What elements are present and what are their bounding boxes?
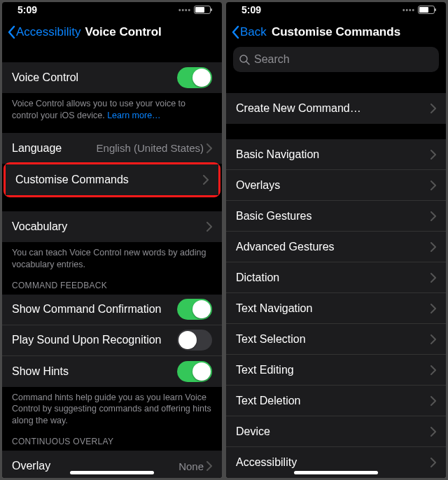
show-hints-toggle[interactable] xyxy=(177,361,212,382)
signal-dots-icon: •••• xyxy=(402,6,415,14)
customise-commands-highlight: Customise Commands xyxy=(4,162,220,197)
customise-commands-label: Customise Commands xyxy=(15,174,203,186)
search-placeholder: Search xyxy=(254,53,290,66)
chevron-right-icon xyxy=(430,150,436,160)
back-button[interactable]: Back xyxy=(232,25,267,39)
voice-control-label: Voice Control xyxy=(12,71,177,84)
continuous-overlay-header: CONTINUOUS OVERLAY xyxy=(2,428,222,451)
nav-bar: Back Customise Commands xyxy=(226,17,446,47)
category-row[interactable]: Text Deletion xyxy=(226,386,446,416)
customise-commands-screen: 5:09 •••• Back Customise Commands Search… xyxy=(226,2,446,478)
learn-more-link[interactable]: Learn more… xyxy=(107,111,160,120)
back-button[interactable]: Accessibility xyxy=(8,25,81,39)
category-label: Overlays xyxy=(236,179,430,192)
show-confirmation-label: Show Command Confirmation xyxy=(12,303,177,316)
battery-icon xyxy=(418,6,435,14)
chevron-right-icon xyxy=(430,211,436,221)
category-label: Text Deletion xyxy=(236,395,430,407)
category-row[interactable]: Basic Gestures xyxy=(226,201,446,232)
create-new-command-row[interactable]: Create New Command… xyxy=(226,93,446,124)
battery-icon xyxy=(194,6,211,14)
category-label: Advanced Gestures xyxy=(236,241,430,253)
category-row[interactable]: Advanced Gestures xyxy=(226,232,446,262)
home-indicator[interactable] xyxy=(70,471,154,474)
status-bar: 5:09 •••• xyxy=(226,2,446,17)
category-label: Accessibility xyxy=(236,456,430,469)
customise-commands-row[interactable]: Customise Commands xyxy=(6,164,218,195)
category-label: Basic Navigation xyxy=(236,148,430,161)
chevron-right-icon xyxy=(203,175,209,185)
command-categories-group: Basic NavigationOverlaysBasic GesturesAd… xyxy=(226,139,446,478)
show-confirmation-row[interactable]: Show Command Confirmation xyxy=(2,295,222,325)
language-value: English (United States) xyxy=(97,142,204,154)
status-time: 5:09 xyxy=(241,4,261,15)
chevron-right-icon xyxy=(430,181,436,190)
voice-control-screen: 5:09 •••• Accessibility Voice Control Vo… xyxy=(2,2,222,478)
category-label: Text Navigation xyxy=(236,302,430,315)
language-row[interactable]: Language English (United States) xyxy=(2,133,222,164)
search-input[interactable]: Search xyxy=(233,47,439,72)
voice-control-toggle[interactable] xyxy=(177,67,212,88)
chevron-right-icon xyxy=(430,365,436,375)
nav-bar: Accessibility Voice Control xyxy=(2,17,222,47)
chevron-right-icon xyxy=(430,334,436,344)
play-sound-label: Play Sound Upon Recognition xyxy=(12,334,177,346)
status-bar: 5:09 •••• xyxy=(2,2,222,17)
chevron-right-icon xyxy=(430,104,436,113)
category-label: Basic Gestures xyxy=(236,210,430,223)
language-label: Language xyxy=(12,142,97,155)
chevron-right-icon xyxy=(430,458,436,467)
category-row[interactable]: Overlays xyxy=(226,170,446,201)
chevron-right-icon xyxy=(430,304,436,313)
back-label: Back xyxy=(240,25,267,39)
chevron-right-icon xyxy=(430,273,436,283)
category-row[interactable]: Device xyxy=(226,416,446,447)
play-sound-row[interactable]: Play Sound Upon Recognition xyxy=(2,325,222,356)
chevron-left-icon xyxy=(8,25,16,39)
show-hints-label: Show Hints xyxy=(12,365,177,378)
search-icon xyxy=(239,54,250,65)
command-feedback-header: COMMAND FEEDBACK xyxy=(2,272,222,295)
create-new-command-label: Create New Command… xyxy=(236,102,430,115)
overlay-value: None xyxy=(178,460,204,472)
signal-dots-icon: •••• xyxy=(178,6,191,14)
page-title: Voice Control xyxy=(85,25,162,39)
chevron-right-icon xyxy=(206,143,212,153)
hints-description: Command hints help guide you as you lear… xyxy=(2,387,222,429)
category-label: Text Selection xyxy=(236,333,430,346)
category-label: Dictation xyxy=(236,271,430,284)
chevron-right-icon xyxy=(430,242,436,252)
voice-control-toggle-row[interactable]: Voice Control xyxy=(2,62,222,93)
play-sound-toggle[interactable] xyxy=(177,330,212,351)
category-row[interactable]: Dictation xyxy=(226,262,446,293)
voice-control-description: Voice Control allows you to use your voi… xyxy=(2,93,222,123)
chevron-right-icon xyxy=(206,461,212,471)
category-label: Text Editing xyxy=(236,364,430,376)
home-indicator[interactable] xyxy=(294,471,378,474)
category-row[interactable]: Text Selection xyxy=(226,324,446,355)
show-confirmation-toggle[interactable] xyxy=(177,299,212,320)
category-row[interactable]: Text Editing xyxy=(226,355,446,386)
vocabulary-description: You can teach Voice Control new words by… xyxy=(2,242,222,272)
category-row[interactable]: Basic Navigation xyxy=(226,139,446,170)
chevron-left-icon xyxy=(232,25,240,39)
status-time: 5:09 xyxy=(18,4,37,15)
chevron-right-icon xyxy=(430,427,436,437)
category-row[interactable]: Text Navigation xyxy=(226,293,446,324)
vocabulary-label: Vocabulary xyxy=(12,220,206,233)
category-label: Device xyxy=(236,425,430,438)
chevron-right-icon xyxy=(430,396,436,406)
show-hints-row[interactable]: Show Hints xyxy=(2,356,222,387)
vocabulary-row[interactable]: Vocabulary xyxy=(2,211,222,242)
back-label: Accessibility xyxy=(16,25,81,39)
chevron-right-icon xyxy=(206,222,212,232)
